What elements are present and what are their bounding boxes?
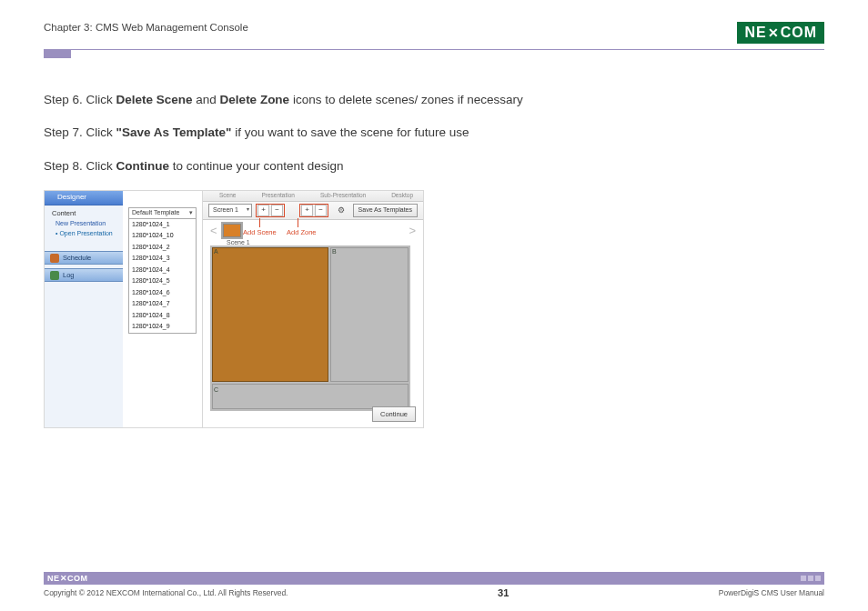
template-row[interactable]: 1280*1024_5 [129,275,196,287]
zone-b[interactable] [330,247,409,382]
ss-new-presentation[interactable]: New Presentation [45,219,123,229]
ss-template-selected: Default Template [132,208,179,218]
ss-log-button[interactable]: Log [45,268,123,282]
page-footer: NE✕COM Copyright © 2012 NEXCOM Internati… [44,572,824,598]
log-icon [50,271,59,280]
footer-copyright: Copyright © 2012 NEXCOM International Co… [44,588,288,597]
step8-bold: Continue [116,159,170,173]
template-row[interactable]: 1280*1024_3 [129,253,196,265]
save-as-template-button[interactable]: Save As Templates [353,204,418,217]
template-row[interactable]: 1280*1024_10 [129,230,196,242]
ss-main-area: Scene Presentation Sub-Presentation Desk… [203,191,423,427]
ss-screen-select[interactable]: Screen 1 [208,204,252,217]
ss-top-tabs: Scene Presentation Sub-Presentation Desk… [203,191,423,202]
header-tab-accent [44,49,71,58]
tab-subpresentation[interactable]: Sub-Presentation [320,191,366,200]
add-scene-button[interactable]: + [257,205,269,216]
template-row[interactable]: 1280*1024_9 [129,321,196,333]
dropdown-arrow-icon: ▾ [189,208,193,218]
step8-text-c: to continue your content design [169,159,343,173]
template-row[interactable]: 1280*1024_1 [129,219,196,231]
step7-text-a: Step 7. Click [44,125,116,139]
ss-designer-header[interactable]: Designer [45,191,123,205]
template-row[interactable]: 1280*1024_2 [129,242,196,254]
footer-squares-icon [801,576,821,581]
footer-manual-title: PowerDigiS CMS User Manual [719,588,824,597]
step6-bold2: Delete Zone [220,93,290,106]
template-row[interactable]: 1280*1024_7 [129,298,196,310]
ss-canvas[interactable]: A B C [210,245,410,411]
scene-next-icon[interactable]: > [409,222,416,240]
ss-schedule-label: Schedule [63,253,91,263]
zone-c-label: C [214,386,218,396]
template-row[interactable]: 1280*1024_6 [129,287,196,299]
step6-text-c: icons to delete scenes/ zones if necessa… [289,93,523,106]
ss-template-list[interactable]: 1280*1024_11280*1024_101280*1024_21280*1… [128,219,197,334]
add-zone-button[interactable]: + [301,205,313,216]
header-rule [44,49,824,50]
ss-toolbar: Screen 1 + − + − ⚙ Save As Templates [203,202,423,220]
step-8: Step 8. Click Continue to continue your … [44,157,824,175]
template-row[interactable]: 1280*1024_4 [129,265,196,276]
zone-a-label: A [214,247,218,257]
chapter-title: Chapter 3: CMS Web Management Console [44,22,248,33]
logo-text-left: NE [744,25,766,41]
ss-template-select[interactable]: Default Template ▾ [128,207,197,219]
footer-logo: NE✕COM [47,574,88,583]
delete-zone-button[interactable]: − [315,205,327,216]
tab-scene[interactable]: Scene [219,191,236,200]
step6-mid: and [193,93,220,106]
ss-log-label: Log [63,270,75,280]
scene-thumb-1[interactable] [223,224,241,237]
step-7: Step 7. Click "Save As Template" if you … [44,124,824,142]
zone-a[interactable] [212,247,328,382]
continue-button[interactable]: Continue [372,406,416,422]
ss-sidebar: Designer Content New Presentation • Open… [45,191,123,428]
step-6: Step 6. Click Delete Scene and Delete Zo… [44,91,824,109]
ss-schedule-button[interactable]: Schedule [45,251,123,265]
template-row[interactable]: 1280*1024_8 [129,310,196,322]
step7-bold: "Save As Template" [116,125,232,139]
step7-text-c: if you want to save the scene for future… [231,125,469,139]
ss-content-section: Content [45,205,123,219]
embedded-screenshot: Designer Content New Presentation • Open… [44,190,424,428]
logo-text-right: COM [781,25,817,41]
settings-gear-icon[interactable]: ⚙ [338,205,345,217]
footer-page-number: 31 [498,587,509,598]
ss-template-column: Default Template ▾ 1280*1024_11280*1024_… [123,191,203,428]
logo-x-icon: ✕ [768,25,780,40]
scene-controls-highlight: + − [256,204,285,217]
step8-text-a: Step 8. Click [44,159,116,173]
schedule-icon [50,254,59,263]
nexcom-logo: NE ✕ COM [737,22,824,44]
delete-scene-button[interactable]: − [271,205,283,216]
tab-desktop[interactable]: Desktop [391,191,413,200]
step6-bold1: Delete Scene [116,93,193,106]
footer-bar: NE✕COM [44,572,824,585]
tab-presentation[interactable]: Presentation [261,191,295,200]
scene-prev-icon[interactable]: < [210,222,217,240]
step6-text-a: Step 6. Click [44,93,116,106]
zone-controls-highlight: + − [299,204,328,217]
zone-b-label: B [332,247,337,257]
ss-open-presentation[interactable]: • Open Presentation [45,229,123,243]
